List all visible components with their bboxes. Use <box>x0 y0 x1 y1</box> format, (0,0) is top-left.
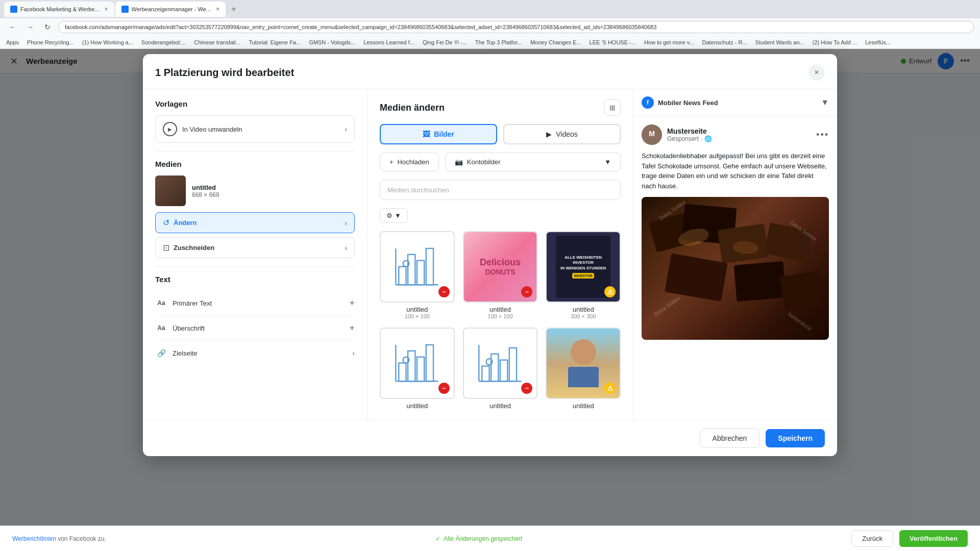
tab-label-2: Werbeanzeigenmanager - We... <box>132 6 211 12</box>
person-head <box>571 339 596 365</box>
bookmark-8[interactable]: Qing Fei De Yi -... <box>423 39 467 45</box>
forward-button[interactable]: → <box>23 20 37 34</box>
avatar-inner: M <box>642 124 662 145</box>
bookmark-15[interactable]: (2) How To Add ... <box>813 39 857 45</box>
medien-layout-btn[interactable]: ⊞ <box>604 99 621 116</box>
media-name-label: untitled <box>192 184 219 191</box>
browser-tab-2[interactable]: Werbeanzeigenmanager - We... × <box>115 2 226 17</box>
media-item-5[interactable]: − untitled <box>463 328 538 410</box>
bookmark-5[interactable]: Tutorial: Eigene Fa... <box>249 39 301 45</box>
svg-rect-7 <box>399 363 406 382</box>
bookmark-12[interactable]: How to get more v... <box>644 39 694 45</box>
item3-label: untitled <box>573 306 594 313</box>
zuschneiden-icon: ⊡ <box>163 243 169 253</box>
bookmark-7[interactable]: Lessons Learned f... <box>363 39 414 45</box>
aendern-chevron: › <box>345 219 347 227</box>
konto-label: Kontobilder <box>467 158 501 166</box>
bookmark-9[interactable]: The Top 3 Platfor... <box>475 39 522 45</box>
aendern-action[interactable]: ↺ Ändern › <box>155 212 355 233</box>
modal-close-button[interactable]: × <box>808 64 825 81</box>
preview-selector[interactable]: f Mobiler News Feed <box>642 96 718 109</box>
text-item-zielseite[interactable]: 🔗 Zielseite › <box>155 341 355 365</box>
post-options-button[interactable]: ••• <box>816 130 829 140</box>
media-thumb-6: ⚠ <box>546 328 621 399</box>
person-figure <box>568 339 599 387</box>
media-type-tabs: 🖼 Bilder ▶ Videos <box>380 124 621 144</box>
filter-button[interactable]: ⚙ ▼ <box>380 208 408 223</box>
item4-label: untitled <box>406 402 428 410</box>
badge-yellow-3: ⚠ <box>604 286 616 297</box>
globe-symbol: 🌐 <box>704 135 712 142</box>
bookmark-6[interactable]: GMSN - Vologds... <box>309 39 355 45</box>
aendern-row-left: ↺ Ändern <box>163 218 197 228</box>
werberichtlinien-link[interactable]: Werberichtlinien <box>12 535 56 542</box>
svg-text:M: M <box>649 130 655 138</box>
media-size-label: 668 × 668 <box>192 191 219 198</box>
bookmark-14[interactable]: Student Wants an... <box>755 39 804 45</box>
svg-rect-29 <box>779 270 824 311</box>
reload-button[interactable]: ↻ <box>41 20 54 34</box>
konto-button[interactable]: 📷 Kontobilder ▼ <box>445 153 621 171</box>
bookmark-10[interactable]: Money Changes E... <box>530 39 581 45</box>
badge-red-5: − <box>521 383 532 394</box>
text-item-primaer[interactable]: Aa Primärer Text + <box>155 291 355 316</box>
address-text: facebook.com/adsmanager/manage/ads/edit?… <box>65 24 656 30</box>
tab-bilder[interactable]: 🖼 Bilder <box>380 124 497 144</box>
svg-rect-15 <box>491 354 498 382</box>
bookmark-1[interactable]: Phone Recycling... <box>27 39 74 45</box>
divider-1 <box>155 151 355 152</box>
text-item-ueberschrift[interactable]: Aa Überschrift + <box>155 316 355 341</box>
new-tab-button[interactable]: + <box>227 2 241 16</box>
back-button[interactable]: ← <box>6 20 19 34</box>
chart-svg-4 <box>391 339 443 387</box>
badge-red-1: − <box>438 286 450 297</box>
tab-favicon-1 <box>10 6 17 13</box>
bookmark-2[interactable]: (1) How Working a... <box>82 39 133 45</box>
book-badge: INVESTOR <box>572 273 595 279</box>
book-image: ALLE WEISHEITENINVESTORIN WENIGEN STUNDE… <box>556 236 610 298</box>
media-item-3[interactable]: ALLE WEISHEITENINVESTORIN WENIGEN STUNDE… <box>546 231 621 319</box>
tab-label-1: Facebook Marketing & Werbe... <box>20 6 99 12</box>
bookmark-apps[interactable]: Apps <box>6 39 19 45</box>
bookmark-13[interactable]: Datenschutz - R... <box>702 39 747 45</box>
bookmark-4[interactable]: Chinese translati... <box>194 39 240 45</box>
media-search-bar[interactable]: Medien durchsuchen <box>380 180 621 200</box>
chevron-right-icon: › <box>345 125 347 133</box>
media-thumb-1: − <box>380 231 455 303</box>
save-button[interactable]: Speichern <box>766 429 825 447</box>
post-image: Dima Sobko Dima Sobko Dima Sobko herters… <box>642 197 829 340</box>
post-header: M Musterseite Gesponsert · 🌐 <box>642 124 829 145</box>
browser-tab-1[interactable]: Facebook Marketing & Werbe... × <box>4 2 114 17</box>
post-meta: Gesponsert · 🌐 <box>667 135 712 142</box>
tab-close-1[interactable]: × <box>104 6 108 13</box>
zuschneiden-action[interactable]: ⊡ Zuschneiden › <box>155 237 355 258</box>
tab-close-2[interactable]: × <box>216 6 219 13</box>
item6-label: untitled <box>573 402 594 410</box>
media-item-6[interactable]: ⚠ untitled <box>546 328 621 410</box>
ueberschrift-left: Aa Überschrift <box>155 322 205 334</box>
badge-red-4: − <box>438 383 450 394</box>
ueberschrift-icon: Aa <box>155 322 167 334</box>
back-button-bottom[interactable]: Zurück <box>851 530 893 547</box>
media-item-4[interactable]: − untitled <box>380 328 455 410</box>
preview-dropdown-icon[interactable]: ▼ <box>821 98 829 107</box>
modal-dialog: 1 Platzierung wird bearbeitet × Vorlagen… <box>143 54 837 456</box>
bottom-bar: Werberichtlinien von Facebook zu. ✓ Alle… <box>0 525 980 551</box>
cancel-button[interactable]: Abbrechen <box>700 429 760 448</box>
address-bar[interactable]: facebook.com/adsmanager/manage/ads/edit?… <box>58 21 974 33</box>
media-item-2[interactable]: Delicious DONUTS − untitled 100 × 100 <box>463 231 538 319</box>
upload-button[interactable]: + Hochladen <box>380 153 439 171</box>
bookmark-16[interactable]: Leseflüs... <box>865 39 891 45</box>
zuschneiden-label: Zuschneiden <box>174 244 214 252</box>
bookmark-3[interactable]: Sonderangebot:... <box>141 39 186 45</box>
filter-icon: ⚙ <box>386 212 393 219</box>
bookmark-11[interactable]: LEE 'S HOUSE -... <box>590 39 636 45</box>
tab-videos[interactable]: ▶ Videos <box>503 124 621 144</box>
zuschneiden-chevron: › <box>345 244 347 252</box>
filter-row: ⚙ ▼ <box>380 208 621 223</box>
publish-button[interactable]: Veröffentlichen <box>899 530 968 547</box>
item2-label: untitled <box>489 306 511 313</box>
media-item-1[interactable]: − untitled 100 × 100 <box>380 231 455 319</box>
vorlagen-video-item[interactable]: ▶ In Video umwandeln › <box>155 115 355 143</box>
medien-section-title: Medien <box>155 160 355 168</box>
